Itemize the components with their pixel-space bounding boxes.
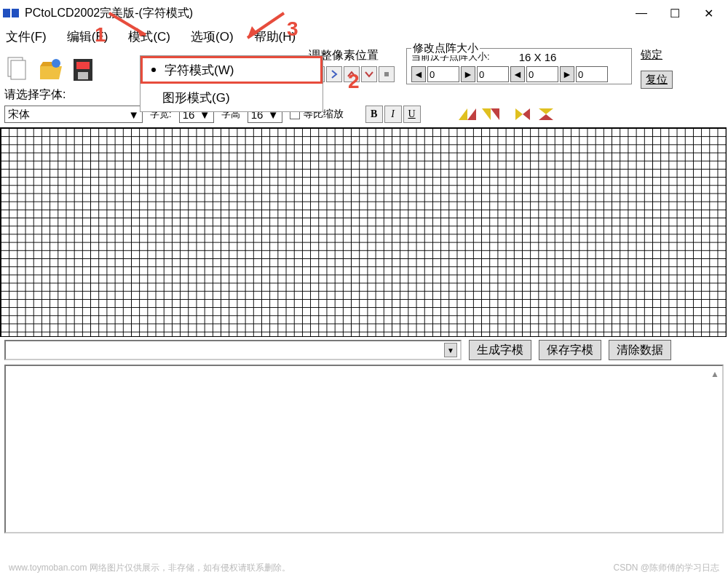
watermark-left: www.toymoban.com 网络图片仅供展示，非存储，如有侵权请联系删除。 xyxy=(9,562,290,574)
matrix-left1-icon[interactable]: ◄ xyxy=(411,66,426,82)
new-file-icon[interactable] xyxy=(3,48,33,90)
pixel-down-icon[interactable] xyxy=(361,66,377,82)
dropdown-arrow-icon: ▼ xyxy=(128,108,139,121)
matrix-size-value: 16 X 16 xyxy=(519,51,557,63)
text-input[interactable]: ▼ xyxy=(4,340,462,360)
matrix-right1-icon[interactable]: ► xyxy=(461,66,475,82)
svg-rect-1 xyxy=(12,9,19,17)
svg-rect-3 xyxy=(11,60,25,79)
matrix-group-label: 修改点阵大小 xyxy=(411,41,480,55)
clear-button[interactable]: 清除数据 xyxy=(609,340,671,360)
lock-label[interactable]: 锁定 xyxy=(641,48,673,62)
minimize-button[interactable]: — xyxy=(625,1,658,25)
pixel-right-icon[interactable] xyxy=(326,66,342,82)
svg-rect-7 xyxy=(78,72,88,79)
svg-rect-0 xyxy=(3,9,10,17)
font-select[interactable]: 宋体 ▼ xyxy=(4,106,143,123)
arrow-1-icon xyxy=(102,6,160,42)
menu-file[interactable]: 文件(F) xyxy=(6,28,47,45)
arrow-3-icon xyxy=(233,7,291,44)
dropdown-graphic-mode[interactable]: 图形模式(G) xyxy=(141,84,323,111)
dropdown-char-mode[interactable]: 字符模式(W) xyxy=(141,56,323,84)
output-textarea[interactable]: ▲ xyxy=(4,365,724,533)
svg-rect-8 xyxy=(384,72,389,76)
app-icon xyxy=(3,7,20,19)
font-selected: 宋体 xyxy=(8,108,30,122)
matrix-val4-input[interactable] xyxy=(576,66,608,82)
matrix-left2-icon[interactable]: ◄ xyxy=(510,66,525,82)
toolbar: 调整像素位置 修改点阵大小 当前汉字点阵大小: 16 X 16 ◄ ► ◄ ► … xyxy=(0,47,728,92)
mirror-h-icon[interactable] xyxy=(513,106,533,123)
annotation-2: 2 xyxy=(348,70,360,93)
matrix-val1-input[interactable] xyxy=(427,66,459,82)
matrix-val3-input[interactable] xyxy=(526,66,558,82)
reset-button[interactable]: 复位 xyxy=(641,71,673,89)
annotation-1: 1 xyxy=(95,23,106,47)
selected-dot-icon xyxy=(151,68,156,72)
italic-button[interactable]: I xyxy=(384,106,402,123)
font-row: 宋体 ▼ 字宽: 16▼ 字高 16▼ 等比缩放 B I U xyxy=(0,104,728,124)
menu-options[interactable]: 选项(O) xyxy=(191,28,234,45)
matrix-size-group: 修改点阵大小 当前汉字点阵大小: 16 X 16 ◄ ► ◄ ► xyxy=(406,48,632,84)
pixel-center-icon[interactable] xyxy=(379,66,395,82)
matrix-right2-icon[interactable]: ► xyxy=(560,66,574,82)
scroll-up-icon[interactable]: ▲ xyxy=(711,369,719,379)
svg-rect-6 xyxy=(76,62,90,69)
graphic-mode-label: 图形模式(G) xyxy=(162,90,230,106)
svg-point-4 xyxy=(52,59,60,68)
dropdown-arrow-icon[interactable]: ▼ xyxy=(444,343,457,357)
watermark-right: CSDN @陈师傅的学习日志 xyxy=(613,562,719,574)
mode-dropdown: 字符模式(W) 图形模式(G) xyxy=(140,55,323,112)
save-file-icon[interactable] xyxy=(67,48,98,90)
underline-button[interactable]: U xyxy=(403,106,421,123)
matrix-val2-input[interactable] xyxy=(477,66,509,82)
bold-button[interactable]: B xyxy=(365,106,383,123)
annotation-3: 3 xyxy=(287,17,298,41)
save-button[interactable]: 保存字模 xyxy=(539,340,601,360)
flip-v-icon[interactable] xyxy=(480,106,501,123)
maximize-button[interactable]: ☐ xyxy=(658,1,692,25)
flip-h-icon[interactable] xyxy=(457,106,478,123)
open-file-icon[interactable] xyxy=(35,48,66,90)
generate-button[interactable]: 生成字模 xyxy=(469,340,531,360)
pixel-grid[interactable] xyxy=(0,127,727,337)
action-row: ▼ 生成字模 保存字模 清除数据 xyxy=(0,337,728,363)
mirror-v-icon[interactable] xyxy=(536,106,556,123)
char-mode-label: 字符模式(W) xyxy=(165,62,234,79)
close-button[interactable]: ✕ xyxy=(692,1,725,25)
lock-group: 锁定 复位 xyxy=(641,48,673,89)
